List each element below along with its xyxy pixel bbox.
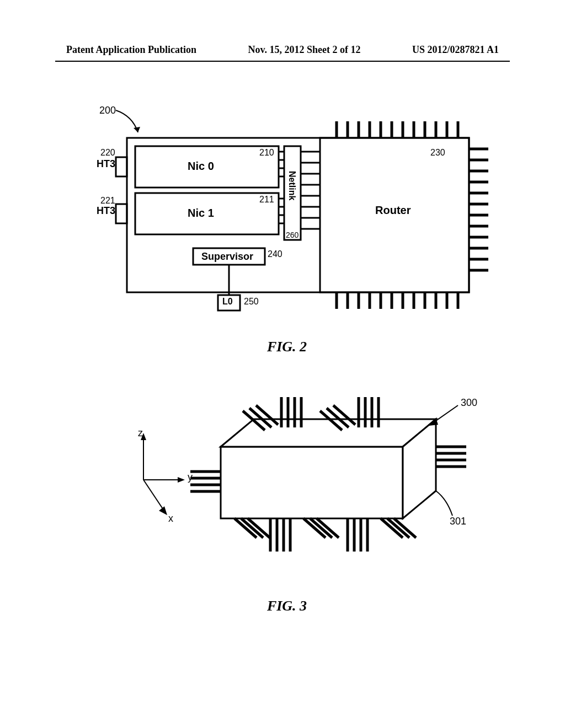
svg-rect-7	[116, 157, 127, 176]
svg-rect-0	[127, 138, 469, 292]
fig3-svg	[83, 375, 491, 585]
figure-2: 200 210 211 220 221 230 240 250 260 Nic …	[83, 105, 491, 355]
supervisor-label: Supervisor	[201, 251, 253, 263]
ref-210: 210	[259, 148, 274, 158]
header-right: US 2012/0287821 A1	[412, 44, 499, 56]
ref-240: 240	[268, 249, 282, 259]
fig3-caption: FIG. 3	[83, 598, 491, 614]
page-header: Patent Application Publication Nov. 15, …	[0, 44, 565, 56]
netlink-label: Netlink	[287, 171, 297, 200]
header-rule	[55, 61, 510, 62]
svg-marker-71	[159, 506, 167, 515]
header-left: Patent Application Publication	[66, 44, 196, 56]
axis-x: x	[168, 513, 173, 524]
nic0-label: Nic 0	[188, 160, 214, 173]
svg-line-70	[143, 480, 166, 513]
ht3-top-label: HT3	[97, 158, 115, 170]
axis-y: y	[188, 472, 193, 483]
ref-211: 211	[259, 195, 274, 205]
ref-300: 300	[461, 397, 477, 409]
ref-221: 221	[100, 196, 115, 206]
ref-260: 260	[286, 231, 299, 239]
lo-label: L0	[222, 297, 233, 307]
svg-marker-69	[178, 477, 185, 483]
svg-marker-63	[221, 447, 403, 518]
ref-250: 250	[244, 297, 259, 307]
fig2-caption: FIG. 2	[83, 339, 491, 355]
ref-301: 301	[450, 516, 466, 527]
svg-marker-61	[134, 127, 140, 132]
header-center: Nov. 15, 2012 Sheet 2 of 12	[248, 44, 361, 56]
router-label: Router	[375, 204, 411, 217]
nic1-label: Nic 1	[188, 207, 214, 220]
axis-z: z	[138, 427, 143, 439]
ht3-bottom-label: HT3	[97, 205, 115, 217]
svg-rect-8	[116, 204, 127, 223]
ref-230: 230	[430, 148, 445, 158]
ref-200: 200	[99, 105, 116, 116]
fig2-svg	[83, 105, 491, 325]
figure-3: 300 301 z y x FIG. 3	[83, 375, 491, 614]
ref-220: 220	[100, 148, 115, 158]
svg-marker-64	[221, 419, 436, 447]
